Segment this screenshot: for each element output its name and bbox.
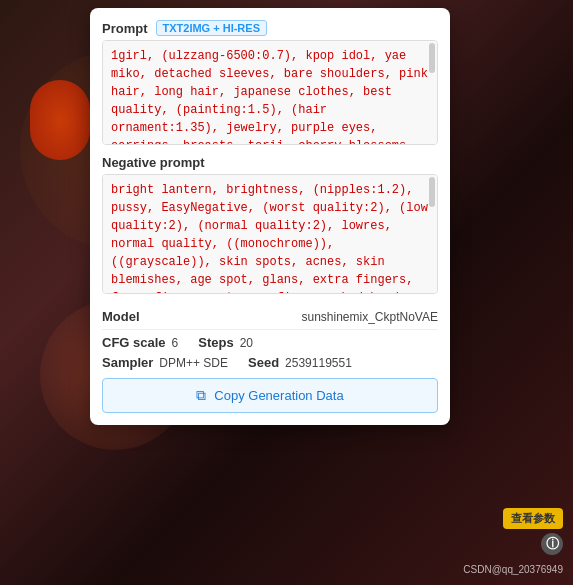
sampler-block: Sampler DPM++ SDE bbox=[102, 355, 228, 370]
negative-prompt-content: bright lantern, brightness, (nipples:1.2… bbox=[111, 183, 428, 294]
negative-scrollbar[interactable] bbox=[429, 177, 435, 207]
prompt-text-box: 1girl, (ulzzang-6500:0.7), kpop idol, ya… bbox=[102, 40, 438, 145]
steps-value: 20 bbox=[240, 336, 253, 350]
mode-badge: TXT2IMG + HI-RES bbox=[156, 20, 268, 36]
prompt-section-header: Prompt TXT2IMG + HI-RES bbox=[102, 20, 438, 36]
sampler-label: Sampler bbox=[102, 355, 153, 370]
view-params-button[interactable]: 查看参数 bbox=[503, 508, 563, 529]
cfg-steps-row: CFG scale 6 Steps 20 bbox=[102, 335, 438, 350]
model-value: sunshinemix_CkptNoVAE bbox=[301, 310, 438, 324]
sampler-value: DPM++ SDE bbox=[159, 356, 228, 370]
model-row: Model sunshinemix_CkptNoVAE bbox=[102, 304, 438, 330]
seed-block: Seed 2539119551 bbox=[248, 355, 352, 370]
negative-prompt-label: Negative prompt bbox=[102, 155, 438, 170]
copy-button-label: Copy Generation Data bbox=[214, 388, 343, 403]
seed-label: Seed bbox=[248, 355, 279, 370]
model-label: Model bbox=[102, 309, 140, 324]
negative-prompt-box: bright lantern, brightness, (nipples:1.2… bbox=[102, 174, 438, 294]
generation-data-panel: Prompt TXT2IMG + HI-RES 1girl, (ulzzang-… bbox=[90, 8, 450, 425]
copy-generation-data-button[interactable]: ⧉ Copy Generation Data bbox=[102, 378, 438, 413]
prompt-scrollbar[interactable] bbox=[429, 43, 435, 73]
cfg-label: CFG scale bbox=[102, 335, 166, 350]
seed-value: 2539119551 bbox=[285, 356, 352, 370]
info-circle-button[interactable]: ⓘ bbox=[541, 533, 563, 555]
sampler-seed-row: Sampler DPM++ SDE Seed 2539119551 bbox=[102, 355, 438, 370]
bottom-overlay: 查看参数 ⓘ bbox=[503, 508, 563, 555]
prompt-label: Prompt bbox=[102, 21, 148, 36]
steps-block: Steps 20 bbox=[198, 335, 253, 350]
cfg-block: CFG scale 6 bbox=[102, 335, 178, 350]
cfg-value: 6 bbox=[172, 336, 179, 350]
csdn-watermark: CSDN@qq_20376949 bbox=[463, 564, 563, 575]
copy-icon: ⧉ bbox=[196, 387, 206, 404]
steps-label: Steps bbox=[198, 335, 233, 350]
prompt-content: 1girl, (ulzzang-6500:0.7), kpop idol, ya… bbox=[111, 49, 428, 145]
bg-lantern bbox=[30, 80, 90, 160]
